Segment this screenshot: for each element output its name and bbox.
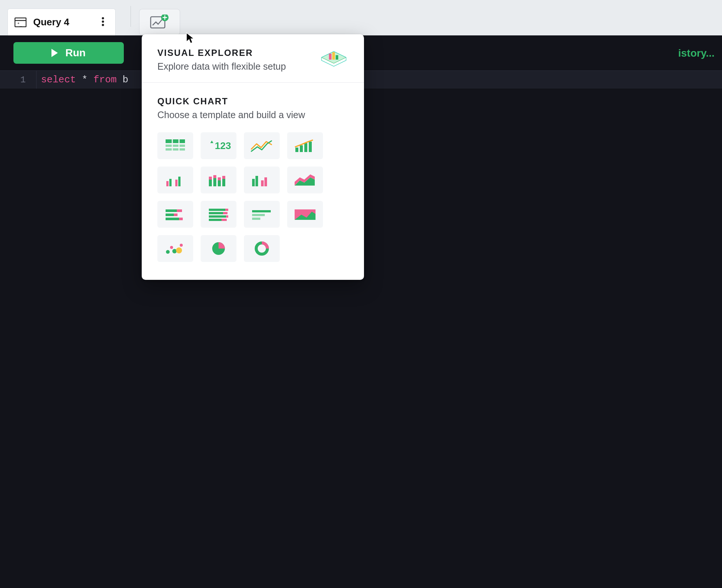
run-button[interactable]: Run bbox=[13, 42, 124, 64]
quick-chart-grid: 123 bbox=[142, 123, 364, 262]
svg-rect-22 bbox=[300, 145, 303, 152]
svg-rect-13 bbox=[332, 52, 335, 60]
chart-type-area[interactable] bbox=[287, 167, 323, 193]
big-number-label: 123 bbox=[215, 140, 231, 151]
visual-explorer-icon bbox=[319, 49, 348, 70]
history-link[interactable]: istory... bbox=[678, 47, 715, 59]
run-button-label: Run bbox=[65, 47, 85, 59]
chart-type-scatter[interactable] bbox=[157, 235, 193, 262]
svg-rect-36 bbox=[222, 176, 225, 179]
svg-rect-34 bbox=[218, 177, 221, 180]
query-tab-icon: *_ bbox=[15, 18, 26, 27]
tab-menu-button[interactable] bbox=[99, 16, 107, 29]
svg-text:*_: *_ bbox=[17, 22, 22, 26]
keyword-from: from bbox=[93, 74, 116, 85]
svg-rect-51 bbox=[209, 212, 223, 214]
svg-rect-47 bbox=[166, 218, 179, 220]
svg-rect-44 bbox=[177, 209, 182, 212]
chart-type-filled-area[interactable] bbox=[287, 201, 323, 228]
svg-rect-53 bbox=[209, 215, 226, 218]
svg-rect-54 bbox=[226, 215, 228, 218]
svg-rect-52 bbox=[223, 212, 227, 214]
chart-type-bar-line-combo[interactable] bbox=[287, 132, 323, 159]
svg-rect-45 bbox=[166, 214, 174, 216]
svg-rect-12 bbox=[329, 54, 332, 60]
svg-rect-37 bbox=[252, 179, 255, 186]
svg-rect-39 bbox=[261, 180, 264, 186]
play-icon bbox=[51, 49, 58, 57]
svg-rect-15 bbox=[166, 139, 185, 143]
code-content[interactable]: select * from b bbox=[37, 74, 128, 85]
visual-explorer-title: VISUAL EXPLORER bbox=[157, 48, 286, 58]
keyword-select: select bbox=[41, 74, 76, 85]
svg-rect-33 bbox=[218, 180, 221, 186]
chart-type-grouped-bar[interactable] bbox=[157, 167, 193, 193]
svg-rect-38 bbox=[255, 176, 258, 186]
svg-rect-25 bbox=[166, 181, 169, 186]
tab-divider bbox=[131, 6, 131, 27]
visual-explorer-subtitle: Explore data with flexible setup bbox=[157, 61, 286, 72]
svg-rect-29 bbox=[209, 180, 212, 186]
chart-type-stacked-bar[interactable] bbox=[201, 167, 236, 193]
visual-explorer-section[interactable]: VISUAL EXPLORER Explore data with flexib… bbox=[142, 34, 364, 82]
svg-rect-35 bbox=[222, 179, 225, 186]
svg-rect-26 bbox=[169, 179, 172, 186]
svg-rect-28 bbox=[178, 177, 180, 186]
quick-chart-title: QUICK CHART bbox=[157, 96, 348, 107]
tab-query[interactable]: *_ Query 4 bbox=[7, 9, 116, 35]
chart-type-horizontal-bar-1[interactable] bbox=[157, 201, 193, 228]
svg-point-64 bbox=[172, 249, 177, 253]
svg-rect-27 bbox=[175, 180, 178, 186]
svg-point-3 bbox=[102, 17, 104, 19]
chart-type-horizontal-bar-simple[interactable] bbox=[244, 201, 280, 228]
svg-point-66 bbox=[180, 244, 183, 247]
token-identifier: b bbox=[122, 74, 128, 85]
svg-rect-48 bbox=[179, 218, 183, 220]
chart-type-big-number[interactable]: 123 bbox=[201, 132, 236, 159]
chart-type-table[interactable] bbox=[157, 132, 193, 159]
svg-marker-20 bbox=[210, 140, 213, 143]
chart-type-clustered-bar[interactable] bbox=[244, 167, 280, 193]
svg-rect-14 bbox=[336, 55, 338, 60]
svg-point-62 bbox=[166, 250, 170, 254]
svg-rect-16 bbox=[166, 145, 185, 147]
svg-rect-46 bbox=[174, 214, 178, 216]
chart-type-pie[interactable] bbox=[201, 235, 236, 262]
chart-type-line[interactable] bbox=[244, 132, 280, 159]
tab-label: Query 4 bbox=[33, 16, 92, 28]
svg-point-65 bbox=[176, 247, 182, 253]
svg-rect-43 bbox=[166, 209, 177, 212]
svg-rect-40 bbox=[264, 177, 267, 186]
svg-point-63 bbox=[170, 246, 173, 249]
svg-rect-58 bbox=[252, 214, 265, 216]
svg-rect-21 bbox=[295, 148, 298, 152]
svg-rect-49 bbox=[209, 209, 225, 211]
svg-rect-50 bbox=[225, 209, 228, 211]
svg-rect-56 bbox=[222, 219, 227, 221]
new-visualization-popover: VISUAL EXPLORER Explore data with flexib… bbox=[142, 34, 364, 280]
svg-rect-23 bbox=[304, 143, 307, 152]
quick-chart-section: QUICK CHART Choose a template and build … bbox=[142, 83, 364, 123]
svg-rect-31 bbox=[213, 178, 216, 186]
tab-strip: *_ Query 4 bbox=[0, 0, 722, 35]
svg-rect-30 bbox=[209, 177, 212, 180]
svg-rect-24 bbox=[309, 142, 312, 152]
chart-type-donut[interactable] bbox=[244, 235, 280, 262]
svg-point-5 bbox=[102, 24, 104, 26]
svg-rect-32 bbox=[213, 175, 216, 178]
token-star: * bbox=[82, 74, 88, 85]
svg-rect-55 bbox=[209, 219, 222, 221]
line-number: 1 bbox=[0, 71, 37, 89]
svg-rect-17 bbox=[166, 148, 185, 151]
svg-point-4 bbox=[102, 20, 104, 23]
svg-rect-57 bbox=[252, 210, 271, 212]
quick-chart-subtitle: Choose a template and build a view bbox=[157, 110, 348, 120]
chart-type-horizontal-bar-2[interactable] bbox=[201, 201, 236, 228]
svg-rect-59 bbox=[252, 218, 260, 220]
new-visualization-button[interactable] bbox=[139, 9, 180, 35]
